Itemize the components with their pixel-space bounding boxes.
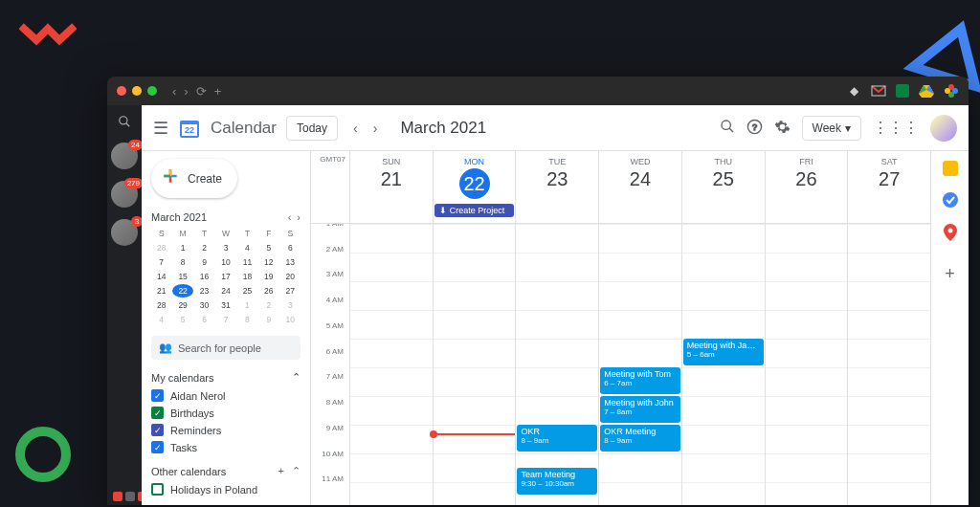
mini-cal-next[interactable]: › xyxy=(297,211,301,223)
mini-cal-day[interactable]: 28 xyxy=(151,241,171,254)
allday-cell[interactable] xyxy=(515,203,598,223)
mini-cal-day[interactable]: 2 xyxy=(258,298,278,312)
mini-cal-day[interactable]: 14 xyxy=(151,270,171,283)
event[interactable]: OKR8 – 9am xyxy=(517,425,597,452)
settings-icon[interactable] xyxy=(774,119,791,138)
mini-cal-day[interactable]: 1 xyxy=(172,241,192,254)
search-people-input[interactable]: 👥 Search for people xyxy=(151,336,301,360)
day-column[interactable] xyxy=(349,224,433,505)
mini-cal-day[interactable]: 6 xyxy=(194,313,214,326)
mini-cal-day[interactable]: 3 xyxy=(215,241,235,254)
help-icon[interactable]: ? xyxy=(746,119,763,138)
mini-cal-day[interactable]: 3 xyxy=(280,298,301,312)
calendar-item[interactable]: Birthdays xyxy=(151,407,301,419)
mini-cal-day[interactable]: 4 xyxy=(237,241,257,254)
photos-icon[interactable] xyxy=(944,83,959,99)
allday-cell[interactable] xyxy=(349,203,433,223)
event[interactable]: Meeting with Jan & M5 – 6am xyxy=(683,339,764,365)
menu-button[interactable]: ☰ xyxy=(153,118,168,139)
mini-cal-day[interactable]: 12 xyxy=(258,255,278,269)
maps-icon[interactable] xyxy=(942,224,959,241)
mini-cal-day[interactable]: 26 xyxy=(258,284,278,298)
keep-icon[interactable] xyxy=(943,161,958,176)
calendar-item[interactable]: Reminders xyxy=(151,424,301,436)
new-tab-button[interactable]: + xyxy=(214,84,222,99)
apps-grid-icon[interactable]: ⋮⋮⋮ xyxy=(873,119,919,137)
calendar-checkbox[interactable] xyxy=(151,483,164,496)
day-header[interactable]: SUN21 xyxy=(349,151,433,203)
maximize-window-button[interactable] xyxy=(147,86,157,96)
minimize-window-button[interactable] xyxy=(132,86,142,96)
mini-cal-day[interactable]: 13 xyxy=(280,255,301,269)
allday-cell[interactable] xyxy=(765,203,848,223)
calendar-checkbox[interactable] xyxy=(151,389,164,402)
mini-cal-day[interactable]: 7 xyxy=(151,255,171,269)
forward-button[interactable]: › xyxy=(184,84,188,99)
calendar-checkbox[interactable] xyxy=(151,441,164,453)
mini-cal-day[interactable]: 27 xyxy=(280,284,301,298)
create-button[interactable]: Create xyxy=(151,159,237,198)
day-header[interactable]: MON22 xyxy=(433,151,516,203)
rail-app-2[interactable] xyxy=(125,492,135,501)
mini-cal-day[interactable]: 19 xyxy=(258,270,278,283)
calendar-item[interactable]: Tasks xyxy=(151,441,301,453)
mini-cal-day[interactable]: 2 xyxy=(194,241,214,254)
today-button[interactable]: Today xyxy=(286,116,338,141)
day-column[interactable]: Meeting with Tom6 – 7amMeeting with John… xyxy=(598,224,681,505)
other-calendars-header[interactable]: Other calendars + ⌃ xyxy=(151,465,301,477)
mini-cal-day[interactable]: 5 xyxy=(172,313,192,326)
reload-button[interactable]: ⟳ xyxy=(196,84,207,99)
add-calendar-button[interactable]: + xyxy=(278,465,284,477)
day-header[interactable]: TUE23 xyxy=(515,151,598,203)
event[interactable]: Team Meeting9:30 – 10:30am xyxy=(517,468,597,495)
mini-cal-day[interactable]: 18 xyxy=(237,270,257,283)
close-window-button[interactable] xyxy=(117,86,126,96)
mini-cal-day[interactable]: 7 xyxy=(215,313,235,326)
mini-cal-day[interactable]: 6 xyxy=(280,241,301,254)
calendar-checkbox[interactable] xyxy=(151,424,164,436)
mini-cal-day[interactable]: 8 xyxy=(237,313,257,326)
rail-app-1[interactable] xyxy=(113,492,122,501)
day-header[interactable]: FRI26 xyxy=(765,151,848,203)
day-header[interactable]: SAT27 xyxy=(847,151,930,203)
mini-cal-day[interactable]: 8 xyxy=(172,255,192,269)
calendar-item[interactable]: Holidays in Poland xyxy=(151,483,301,496)
event[interactable]: Meeting with Tom6 – 7am xyxy=(600,367,680,394)
day-column[interactable]: Meeting with Jan & M5 – 6am xyxy=(681,224,765,505)
event[interactable]: Meeting with John7 – 8am xyxy=(600,396,680,423)
gmail-icon[interactable] xyxy=(871,83,886,99)
day-column[interactable] xyxy=(765,224,848,505)
tasks-icon[interactable] xyxy=(942,191,959,209)
profile-avatar[interactable] xyxy=(930,115,957,142)
mini-cal-day[interactable]: 17 xyxy=(215,270,235,283)
day-header[interactable]: WED24 xyxy=(598,151,681,203)
mini-cal-day[interactable]: 5 xyxy=(258,241,278,254)
mini-cal-day[interactable]: 22 xyxy=(172,284,192,298)
mini-cal-day[interactable]: 24 xyxy=(215,284,235,298)
mini-cal-day[interactable]: 4 xyxy=(151,313,171,326)
mini-cal-day[interactable]: 10 xyxy=(215,255,235,269)
mini-cal-day[interactable]: 25 xyxy=(237,284,257,298)
mini-cal-day[interactable]: 16 xyxy=(194,270,214,283)
allday-cell[interactable] xyxy=(598,203,681,223)
mini-cal-day[interactable]: 20 xyxy=(280,270,301,283)
search-icon[interactable] xyxy=(720,119,735,137)
rail-avatar-1[interactable]: 24 xyxy=(111,143,138,169)
allday-cell[interactable] xyxy=(847,203,930,223)
add-addon-button[interactable]: + xyxy=(945,264,955,284)
mini-cal-day[interactable]: 28 xyxy=(151,298,171,312)
back-button[interactable]: ‹ xyxy=(172,84,176,99)
mini-cal-day[interactable]: 23 xyxy=(194,284,214,298)
mini-cal-day[interactable]: 15 xyxy=(172,270,192,283)
rail-avatar-2[interactable]: 279 xyxy=(111,181,138,208)
day-column[interactable] xyxy=(847,224,930,505)
view-selector[interactable]: Week ▾ xyxy=(802,116,861,141)
next-period-button[interactable]: › xyxy=(368,117,384,140)
mini-cal-day[interactable]: 9 xyxy=(194,255,214,269)
mini-cal-day[interactable]: 10 xyxy=(280,313,301,326)
allday-event[interactable]: ⬇Create Project xyxy=(434,204,515,217)
mini-cal-day[interactable]: 30 xyxy=(194,298,214,312)
mini-cal-day[interactable]: 11 xyxy=(237,255,257,269)
mini-cal-day[interactable]: 21 xyxy=(151,284,171,298)
calendar-item[interactable]: Aidan Nerol xyxy=(151,389,301,402)
